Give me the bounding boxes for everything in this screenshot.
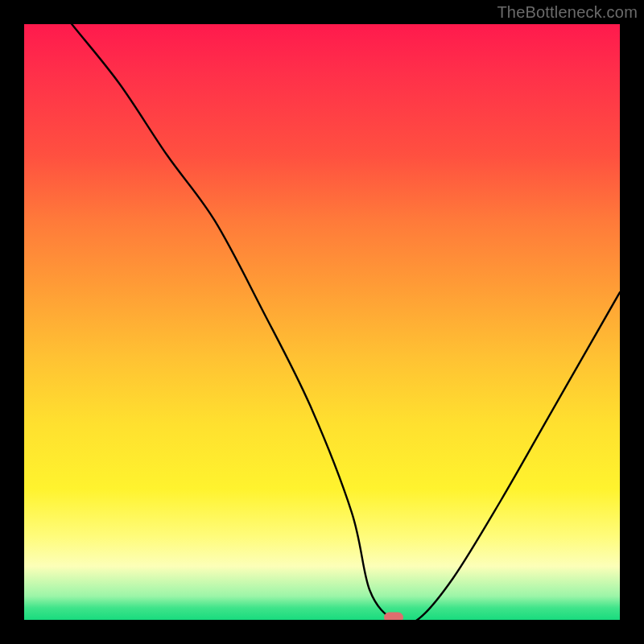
optimum-marker	[384, 613, 403, 620]
plot-area	[24, 24, 620, 620]
bottleneck-curve	[24, 24, 620, 620]
watermark-text: TheBottleneck.com	[497, 3, 638, 22]
chart-frame: TheBottleneck.com	[0, 0, 644, 644]
